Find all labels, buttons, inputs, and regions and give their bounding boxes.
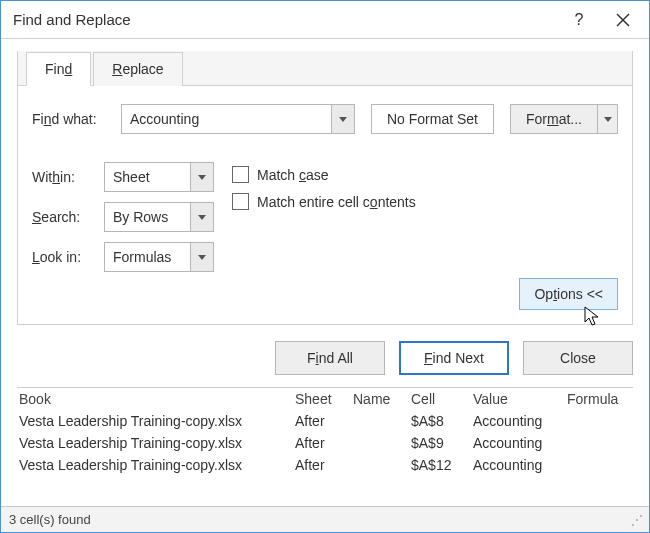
col-sheet[interactable]: Sheet (295, 391, 353, 407)
options-col-checks: Match case Match entire cell contents (232, 162, 416, 272)
cell-value: Accounting (473, 435, 567, 451)
col-name[interactable]: Name (353, 391, 411, 407)
match-case-label: Match case (257, 167, 329, 183)
cell-sheet: After (295, 413, 353, 429)
format-button-dropdown[interactable] (598, 104, 618, 134)
format-button-label: Format... (510, 104, 598, 134)
format-button[interactable]: Format... (510, 104, 618, 134)
cell-ref: $A$8 (411, 413, 473, 429)
cell-book: Vesta Leadership Training-copy.xlsx (17, 435, 295, 451)
find-what-dropdown[interactable] (331, 104, 355, 134)
col-book[interactable]: Book (17, 391, 295, 407)
chevron-down-icon (198, 255, 206, 260)
format-preview: No Format Set (371, 104, 494, 134)
find-next-button[interactable]: Find Next (399, 341, 509, 375)
chevron-down-icon (339, 117, 347, 122)
tab-content: Find what: Accounting No Format Set Form… (18, 86, 632, 324)
find-all-button[interactable]: Find All (275, 341, 385, 375)
cell-sheet: After (295, 435, 353, 451)
within-combo[interactable]: Sheet (104, 162, 214, 192)
tab-strip: Find Replace (18, 51, 632, 86)
find-replace-dialog: Find and Replace ? Find Replace Find wha… (0, 0, 650, 533)
col-cell[interactable]: Cell (411, 391, 473, 407)
results-table: Book Sheet Name Cell Value Formula Vesta… (17, 387, 633, 476)
cell-book: Vesta Leadership Training-copy.xlsx (17, 413, 295, 429)
match-entire-label: Match entire cell contents (257, 194, 416, 210)
cell-formula (567, 457, 633, 473)
within-value: Sheet (104, 162, 190, 192)
search-label: Search: (32, 209, 104, 225)
tab-replace[interactable]: Replace (93, 52, 182, 86)
match-entire-row[interactable]: Match entire cell contents (232, 193, 416, 210)
within-label: Within: (32, 169, 104, 185)
chevron-down-icon (198, 175, 206, 180)
table-row[interactable]: Vesta Leadership Training-copy.xlsxAfter… (17, 410, 633, 432)
chevron-down-icon (604, 117, 612, 122)
match-case-checkbox[interactable] (232, 166, 249, 183)
search-combo[interactable]: By Rows (104, 202, 214, 232)
status-bar: 3 cell(s) found ⋰ (1, 506, 649, 532)
search-value: By Rows (104, 202, 190, 232)
action-buttons: Find All Find Next Close (17, 341, 633, 375)
find-what-combo[interactable]: Accounting (121, 104, 355, 134)
cell-ref: $A$9 (411, 435, 473, 451)
help-button[interactable]: ? (557, 4, 601, 36)
search-row: Search: By Rows (32, 202, 214, 232)
chevron-down-icon (198, 215, 206, 220)
cursor-icon (584, 306, 602, 328)
titlebar: Find and Replace ? (1, 1, 649, 39)
within-row: Within: Sheet (32, 162, 214, 192)
results-body: Vesta Leadership Training-copy.xlsxAfter… (17, 410, 633, 476)
tab-find[interactable]: Find (26, 52, 91, 86)
cell-value: Accounting (473, 457, 567, 473)
within-dropdown[interactable] (190, 162, 214, 192)
lookin-dropdown[interactable] (190, 242, 214, 272)
table-row[interactable]: Vesta Leadership Training-copy.xlsxAfter… (17, 432, 633, 454)
dialog-body: Find Replace Find what: Accounting No Fo… (1, 39, 649, 506)
results-header: Book Sheet Name Cell Value Formula (17, 388, 633, 410)
table-row[interactable]: Vesta Leadership Training-copy.xlsxAfter… (17, 454, 633, 476)
cell-ref: $A$12 (411, 457, 473, 473)
search-dropdown[interactable] (190, 202, 214, 232)
lookin-value: Formulas (104, 242, 190, 272)
lookin-label: Look in: (32, 249, 104, 265)
options-button[interactable]: Options << (519, 278, 618, 310)
find-what-label: Find what: (32, 111, 121, 127)
find-what-row: Find what: Accounting No Format Set Form… (32, 104, 618, 134)
lookin-row: Look in: Formulas (32, 242, 214, 272)
status-text: 3 cell(s) found (9, 512, 91, 527)
cell-name (353, 435, 411, 451)
match-entire-checkbox[interactable] (232, 193, 249, 210)
tab-panel: Find Replace Find what: Accounting No Fo… (17, 51, 633, 325)
options-button-row: Options << (32, 278, 618, 310)
dialog-title: Find and Replace (13, 11, 557, 28)
options-grid: Within: Sheet Search: By Rows (32, 162, 618, 272)
col-formula[interactable]: Formula (567, 391, 633, 407)
cell-formula (567, 435, 633, 451)
options-col-dropdowns: Within: Sheet Search: By Rows (32, 162, 214, 272)
col-value[interactable]: Value (473, 391, 567, 407)
find-what-input[interactable]: Accounting (121, 104, 331, 134)
cell-value: Accounting (473, 413, 567, 429)
cell-name (353, 413, 411, 429)
cell-book: Vesta Leadership Training-copy.xlsx (17, 457, 295, 473)
close-icon[interactable] (601, 4, 645, 36)
resize-grip-icon[interactable]: ⋰ (631, 513, 641, 527)
cell-formula (567, 413, 633, 429)
cell-name (353, 457, 411, 473)
match-case-row[interactable]: Match case (232, 166, 416, 183)
close-button[interactable]: Close (523, 341, 633, 375)
lookin-combo[interactable]: Formulas (104, 242, 214, 272)
cell-sheet: After (295, 457, 353, 473)
